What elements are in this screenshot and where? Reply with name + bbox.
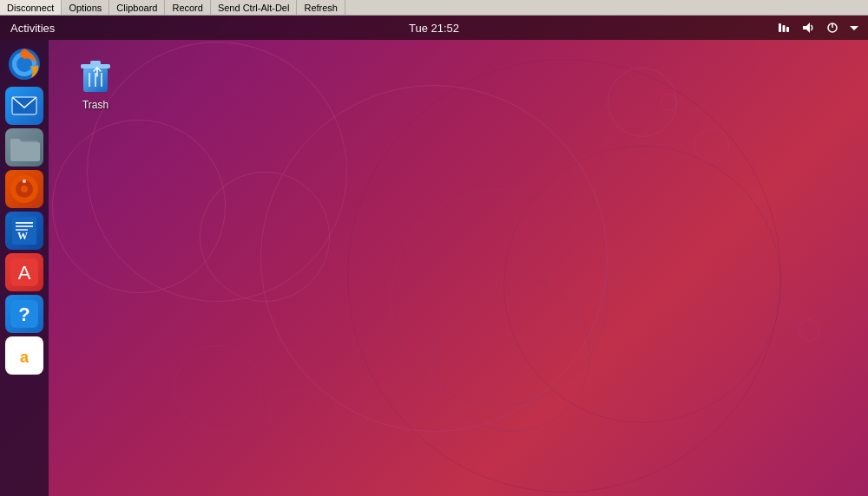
bubble-12 — [746, 189, 760, 202]
svg-text:a: a — [20, 349, 30, 366]
dock: W A ? a — [0, 40, 49, 496]
dock-firefox[interactable] — [5, 45, 43, 83]
svg-marker-3 — [803, 23, 810, 33]
svg-rect-18 — [16, 225, 33, 227]
svg-text:W: W — [17, 230, 28, 242]
svg-rect-2 — [786, 27, 789, 32]
system-tray — [774, 16, 865, 40]
record-button[interactable]: Record — [165, 0, 210, 15]
clipboard-button[interactable]: Clipboard — [109, 0, 165, 15]
svg-rect-0 — [779, 23, 781, 32]
dock-amazon[interactable]: a — [5, 336, 43, 375]
bubble-8 — [347, 59, 781, 493]
bubble-2 — [52, 120, 226, 293]
disconnect-button[interactable]: Disconnect — [0, 0, 62, 15]
dock-appstore[interactable]: A — [5, 253, 43, 291]
dock-writer[interactable]: W — [5, 212, 43, 250]
dock-files[interactable] — [5, 128, 43, 166]
bubble-10 — [694, 128, 729, 163]
activities-button[interactable]: Activities — [0, 16, 65, 40]
svg-point-15 — [23, 179, 26, 183]
network-icon[interactable] — [774, 21, 793, 35]
send-ctrl-alt-del-button[interactable]: Send Ctrl-Alt-Del — [211, 0, 298, 15]
trash-label: Trash — [82, 99, 108, 111]
svg-rect-29 — [90, 61, 101, 65]
trash-desktop-icon[interactable]: Trash — [61, 50, 130, 114]
bubble-11 — [660, 94, 677, 111]
svg-rect-1 — [783, 25, 786, 32]
refresh-button[interactable]: Refresh — [297, 0, 345, 15]
gnome-bar: Activities Tue 21:52 — [0, 16, 868, 40]
bubble-13 — [799, 319, 820, 341]
volume-icon[interactable] — [799, 21, 818, 35]
options-button[interactable]: Options — [62, 0, 109, 15]
bubble-15 — [269, 388, 321, 441]
bubble-14 — [174, 345, 260, 432]
svg-marker-6 — [850, 26, 858, 30]
desktop: Activities Tue 21:52 — [0, 16, 868, 496]
svg-rect-17 — [16, 222, 33, 224]
power-icon[interactable] — [823, 21, 842, 35]
dock-help[interactable]: ? — [5, 295, 43, 333]
toolbar: Disconnect Options Clipboard Record Send… — [0, 0, 868, 16]
clock: Tue 21:52 — [409, 22, 459, 35]
tray-menu-icon[interactable] — [847, 23, 861, 32]
trash-icon — [75, 54, 116, 95]
svg-text:?: ? — [18, 303, 30, 325]
svg-point-14 — [21, 186, 28, 193]
dock-mail[interactable] — [5, 87, 43, 125]
dock-rhythmbox[interactable] — [5, 170, 43, 208]
svg-text:A: A — [18, 262, 31, 284]
